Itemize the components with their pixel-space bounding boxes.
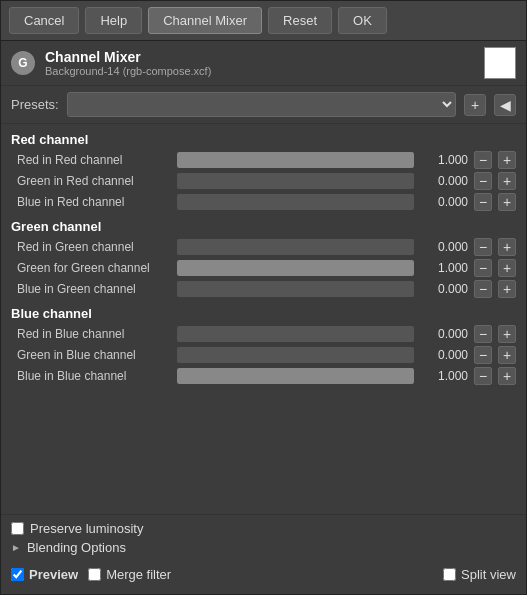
decrement-button[interactable]: −: [474, 172, 492, 190]
dialog-header: G Channel Mixer Background-14 (rgb-compo…: [1, 41, 526, 86]
preview-row: Preview Merge filter Split view: [11, 561, 516, 588]
blue-channel-label: Blue channel: [11, 306, 516, 321]
presets-label: Presets:: [11, 97, 59, 112]
increment-button[interactable]: +: [498, 367, 516, 385]
slider-value: 0.000: [420, 348, 468, 362]
slider-track[interactable]: [177, 368, 414, 384]
split-view-checkbox[interactable]: [443, 568, 456, 581]
slider-label: Green in Red channel: [11, 174, 171, 188]
decrement-button[interactable]: −: [474, 259, 492, 277]
increment-button[interactable]: +: [498, 325, 516, 343]
slider-value: 0.000: [420, 282, 468, 296]
blending-options-label: Blending Options: [27, 540, 126, 555]
decrement-button[interactable]: −: [474, 346, 492, 364]
increment-button[interactable]: +: [498, 172, 516, 190]
channel-mixer-button[interactable]: Channel Mixer: [148, 7, 262, 34]
slider-row: Blue in Green channel0.000−+: [11, 280, 516, 298]
dialog-subtitle: Background-14 (rgb-compose.xcf): [45, 65, 474, 77]
decrement-button[interactable]: −: [474, 193, 492, 211]
slider-label: Red in Blue channel: [11, 327, 171, 341]
slider-label: Red in Green channel: [11, 240, 171, 254]
slider-value: 0.000: [420, 240, 468, 254]
slider-row: Blue in Red channel0.000−+: [11, 193, 516, 211]
slider-row: Red in Blue channel0.000−+: [11, 325, 516, 343]
preview-label-container[interactable]: Preview: [11, 567, 78, 582]
slider-track[interactable]: [177, 347, 414, 363]
ok-button[interactable]: OK: [338, 7, 387, 34]
slider-row: Green in Red channel0.000−+: [11, 172, 516, 190]
increment-button[interactable]: +: [498, 151, 516, 169]
increment-button[interactable]: +: [498, 259, 516, 277]
presets-select[interactable]: [67, 92, 456, 117]
green-channel-label: Green channel: [11, 219, 516, 234]
preserve-luminosity-checkbox[interactable]: [11, 522, 24, 535]
red-channel-label: Red channel: [11, 132, 516, 147]
preserve-luminosity-label[interactable]: Preserve luminosity: [30, 521, 143, 536]
slider-row: Red in Red channel1.000−+: [11, 151, 516, 169]
slider-label: Red in Red channel: [11, 153, 171, 167]
slider-value: 0.000: [420, 174, 468, 188]
slider-track[interactable]: [177, 194, 414, 210]
slider-label: Blue in Red channel: [11, 195, 171, 209]
red-channel-section: Red channel Red in Red channel1.000−+Gre…: [11, 132, 516, 211]
green-channel-section: Green channel Red in Green channel0.000−…: [11, 219, 516, 298]
slider-row: Green for Green channel1.000−+: [11, 259, 516, 277]
add-preset-button[interactable]: +: [464, 94, 486, 116]
decrement-button[interactable]: −: [474, 325, 492, 343]
preview-label: Preview: [29, 567, 78, 582]
bottom-controls: Preserve luminosity ► Blending Options P…: [1, 514, 526, 594]
content-area: Red channel Red in Red channel1.000−+Gre…: [1, 124, 526, 514]
help-button[interactable]: Help: [85, 7, 142, 34]
slider-row: Red in Green channel0.000−+: [11, 238, 516, 256]
decrement-button[interactable]: −: [474, 367, 492, 385]
slider-row: Blue in Blue channel1.000−+: [11, 367, 516, 385]
toolbar: Cancel Help Channel Mixer Reset OK: [1, 1, 526, 41]
merge-filter-label-container[interactable]: Merge filter: [88, 567, 171, 582]
dialog-title: Channel Mixer: [45, 49, 474, 65]
decrement-button[interactable]: −: [474, 238, 492, 256]
merge-filter-checkbox[interactable]: [88, 568, 101, 581]
decrement-button[interactable]: −: [474, 280, 492, 298]
blue-channel-section: Blue channel Red in Blue channel0.000−+G…: [11, 306, 516, 385]
reset-button[interactable]: Reset: [268, 7, 332, 34]
presets-row: Presets: + ◀: [1, 86, 526, 124]
channel-mixer-window: Cancel Help Channel Mixer Reset OK G Cha…: [0, 0, 527, 595]
merge-filter-label: Merge filter: [106, 567, 171, 582]
cancel-button[interactable]: Cancel: [9, 7, 79, 34]
slider-track[interactable]: [177, 239, 414, 255]
manage-presets-button[interactable]: ◀: [494, 94, 516, 116]
preview-checkbox[interactable]: [11, 568, 24, 581]
slider-label: Blue in Blue channel: [11, 369, 171, 383]
slider-row: Green in Blue channel0.000−+: [11, 346, 516, 364]
preserve-luminosity-row: Preserve luminosity: [11, 521, 516, 536]
blending-arrow-icon: ►: [11, 542, 21, 553]
increment-button[interactable]: +: [498, 280, 516, 298]
decrement-button[interactable]: −: [474, 151, 492, 169]
slider-value: 0.000: [420, 195, 468, 209]
slider-track[interactable]: [177, 260, 414, 276]
increment-button[interactable]: +: [498, 193, 516, 211]
slider-value: 1.000: [420, 261, 468, 275]
split-view-container: Split view: [443, 567, 516, 582]
slider-label: Green for Green channel: [11, 261, 171, 275]
slider-value: 1.000: [420, 153, 468, 167]
slider-value: 1.000: [420, 369, 468, 383]
slider-track[interactable]: [177, 152, 414, 168]
slider-track[interactable]: [177, 326, 414, 342]
blending-options-row[interactable]: ► Blending Options: [11, 540, 516, 555]
slider-track[interactable]: [177, 281, 414, 297]
app-icon: G: [11, 51, 35, 75]
increment-button[interactable]: +: [498, 238, 516, 256]
slider-label: Green in Blue channel: [11, 348, 171, 362]
slider-label: Blue in Green channel: [11, 282, 171, 296]
split-view-label[interactable]: Split view: [461, 567, 516, 582]
preview-swatch: [484, 47, 516, 79]
header-text: Channel Mixer Background-14 (rgb-compose…: [45, 49, 474, 77]
increment-button[interactable]: +: [498, 346, 516, 364]
slider-track[interactable]: [177, 173, 414, 189]
slider-value: 0.000: [420, 327, 468, 341]
